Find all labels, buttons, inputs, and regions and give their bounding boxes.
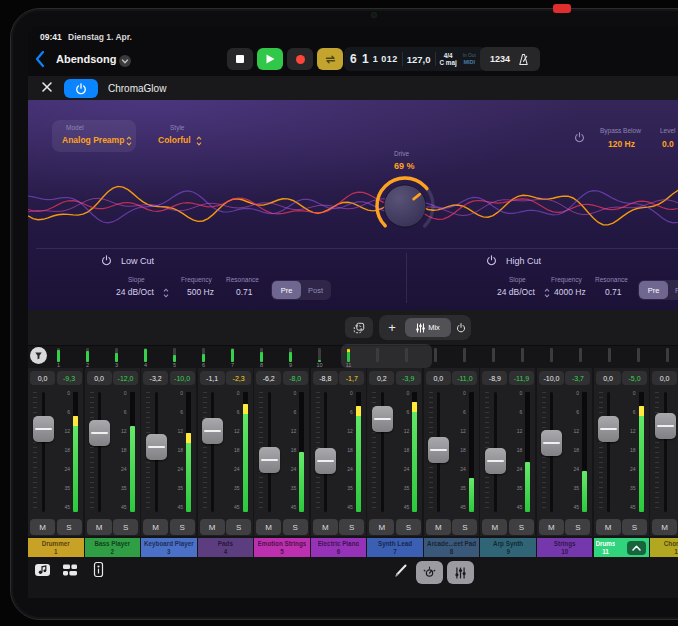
metronome-icon[interactable] (517, 53, 530, 66)
high-cut-post-button[interactable]: Post (668, 281, 678, 299)
pan-value-button[interactable]: -8,8 (313, 371, 338, 385)
low-cut-frequency-value[interactable]: 500 Hz (187, 287, 214, 297)
volume-value-button[interactable]: -3,7 (565, 371, 590, 385)
volume-value-button[interactable]: -12,0 (113, 371, 138, 385)
count-in-metronome-group[interactable]: 1234 (480, 47, 540, 71)
overview-meter[interactable] (144, 348, 147, 362)
collapse-mixer-button[interactable] (627, 541, 646, 555)
solo-button[interactable]: S (452, 519, 477, 535)
solo-button[interactable]: S (170, 519, 195, 535)
close-plugin-button[interactable] (40, 80, 54, 94)
low-cut-resonance-value[interactable]: 0.71 (236, 287, 253, 297)
track-tab[interactable]: Bass Player2 (85, 538, 141, 557)
high-cut-pre-button[interactable]: Pre (639, 281, 668, 299)
low-cut-slope-value[interactable]: 24 dB/Oct (116, 287, 154, 297)
fader-handle[interactable] (372, 406, 393, 432)
mute-button[interactable]: M (143, 519, 168, 535)
pan-value-button[interactable]: -10,0 (539, 371, 564, 385)
solo-button[interactable]: S (396, 519, 421, 535)
overview-meter[interactable] (347, 348, 350, 362)
overview-meter[interactable] (463, 348, 466, 362)
drive-knob[interactable] (373, 174, 437, 238)
media-browser-button[interactable] (34, 562, 51, 578)
lcd-display[interactable]: 6 1 1 012 127,0 4/4 C maj In Out MIDI (344, 47, 486, 71)
project-title[interactable]: Abendsong (56, 53, 117, 65)
high-cut-power-icon[interactable] (486, 255, 497, 266)
overview-meter[interactable] (666, 348, 669, 362)
overview-meter[interactable] (608, 348, 611, 362)
project-menu-button[interactable] (119, 55, 131, 67)
overview-selection-highlight[interactable] (341, 344, 432, 368)
pan-value-button[interactable]: 0,0 (30, 371, 55, 385)
fader-handle[interactable] (655, 413, 676, 439)
edit-pencil-button[interactable] (394, 563, 408, 577)
volume-value-button[interactable]: -5,0 (622, 371, 647, 385)
overview-meter[interactable] (115, 348, 118, 362)
fader-handle[interactable] (89, 420, 110, 446)
pan-value-button[interactable]: 0,0 (652, 371, 677, 385)
pan-value-button[interactable]: 0,0 (426, 371, 451, 385)
channel-power-button[interactable] (451, 323, 471, 333)
volume-value-button[interactable]: -11,9 (509, 371, 534, 385)
low-cut-post-button[interactable]: Post (301, 281, 330, 299)
fader-handle[interactable] (259, 447, 280, 473)
pan-value-button[interactable]: -3,2 (143, 371, 168, 385)
bypass-power-icon[interactable] (574, 132, 585, 143)
track-tab[interactable]: Arp Synth9 (480, 538, 536, 557)
volume-value-button[interactable]: -2,3 (226, 371, 251, 385)
overview-meter[interactable] (637, 348, 640, 362)
track-tab[interactable]: Emotion Strings5 (254, 538, 310, 557)
smart-controls-button[interactable] (416, 561, 443, 584)
fader-handle[interactable] (541, 430, 562, 456)
track-tab[interactable]: Strings10 (537, 538, 593, 557)
mixer-toggle-button[interactable] (447, 561, 474, 584)
fader-handle[interactable] (33, 416, 54, 442)
solo-button[interactable]: S (57, 519, 82, 535)
fader-handle[interactable] (315, 448, 336, 474)
volume-value-button[interactable]: -10,0 (170, 371, 195, 385)
high-cut-frequency-value[interactable]: 4000 Hz (554, 287, 586, 297)
fader-handle[interactable] (202, 418, 223, 444)
mute-button[interactable]: M (256, 519, 281, 535)
fader-handle[interactable] (598, 416, 619, 442)
track-tab[interactable]: Electric Piano6 (311, 538, 367, 557)
pan-value-button[interactable]: 0,0 (87, 371, 112, 385)
io-device-button[interactable] (92, 561, 105, 578)
solo-button[interactable]: S (509, 519, 534, 535)
overview-meter[interactable] (492, 348, 495, 362)
volume-value-button[interactable]: -9,3 (57, 371, 82, 385)
mix-view-button[interactable]: Mix (405, 318, 451, 337)
solo-button[interactable]: S (339, 519, 364, 535)
mute-button[interactable]: M (87, 519, 112, 535)
copy-button[interactable] (345, 317, 373, 338)
cycle-button[interactable] (317, 48, 343, 70)
track-regions-button[interactable] (62, 562, 78, 578)
overview-meter[interactable] (173, 348, 176, 362)
overview-meter[interactable] (376, 348, 379, 362)
pan-value-button[interactable]: 0,2 (369, 371, 394, 385)
fader-handle[interactable] (146, 434, 167, 460)
track-tab[interactable]: Drummer1 (28, 538, 84, 557)
filter-tracks-button[interactable] (30, 347, 47, 364)
overview-meter[interactable] (405, 348, 408, 362)
low-cut-power-icon[interactable] (101, 255, 112, 266)
pan-value-button[interactable]: 0,0 (596, 371, 621, 385)
solo-button[interactable]: S (565, 519, 590, 535)
solo-button[interactable]: S (226, 519, 251, 535)
track-tab[interactable]: Pads4 (198, 538, 254, 557)
mute-button[interactable]: M (596, 519, 621, 535)
count-in-button[interactable]: 1234 (490, 54, 510, 64)
mute-button[interactable]: M (482, 519, 507, 535)
fader-handle[interactable] (428, 437, 449, 463)
level-value[interactable]: 0.0 (662, 139, 674, 149)
mute-button[interactable]: M (313, 519, 338, 535)
mute-button[interactable]: M (539, 519, 564, 535)
low-cut-pre-button[interactable]: Pre (272, 281, 301, 299)
volume-value-button[interactable]: -3,9 (396, 371, 421, 385)
stop-button[interactable] (227, 48, 253, 70)
volume-value-button[interactable]: -8,0 (283, 371, 308, 385)
high-cut-resonance-value[interactable]: 0.71 (605, 287, 622, 297)
pan-value-button[interactable]: -1,1 (200, 371, 225, 385)
overview-meter[interactable] (202, 348, 205, 362)
volume-value-button[interactable]: -1,7 (339, 371, 364, 385)
